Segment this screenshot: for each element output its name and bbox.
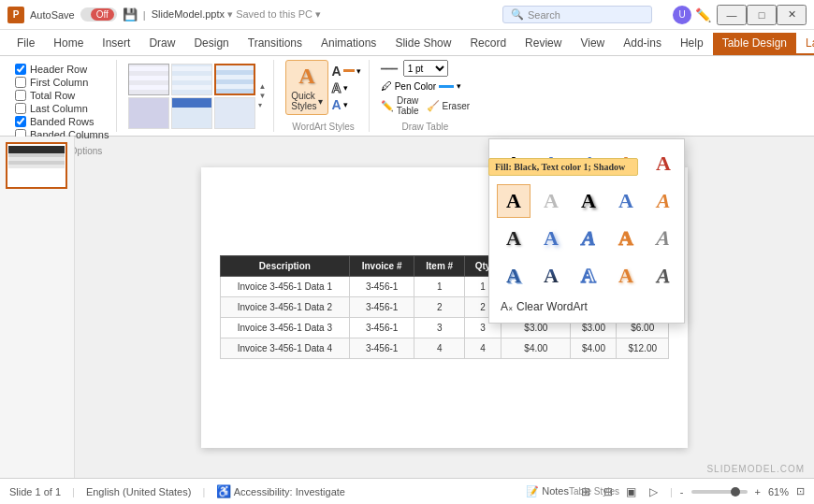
autosave-label: AutoSave	[30, 9, 75, 21]
slide-thumbnail[interactable]	[6, 142, 67, 189]
minimize-button[interactable]: —	[717, 5, 747, 25]
wordart-item-blueoutline[interactable]: A	[572, 259, 605, 293]
table-style-checkboxes: Header Row First Column Total Row Last C…	[15, 60, 109, 144]
tab-view[interactable]: View	[571, 33, 614, 55]
draw-table-label: Draw Table	[381, 120, 470, 132]
scroll-down-icon[interactable]: ▼	[258, 92, 266, 100]
wordart-grid: A A A A A A Fill: Black, Text color 1; S…	[497, 147, 676, 293]
col-description: Description	[221, 256, 350, 277]
tab-animations[interactable]: Animations	[312, 33, 385, 55]
pen-color-label: Pen Color	[395, 81, 436, 92]
pen-color-icon: 🖊	[381, 79, 392, 93]
main-canvas: Description Invoice # Item # Qty Unit Pr…	[75, 137, 814, 478]
wordart-dropdown: A A A A A A Fill: Black, Text color 1; S…	[488, 138, 685, 324]
wordart-item-blue4[interactable]: A	[534, 222, 568, 255]
quick-styles-button[interactable]: A Quick Styles ▾	[285, 60, 327, 115]
wordart-item-3d1[interactable]: A	[497, 259, 531, 293]
tab-design[interactable]: Design	[184, 33, 238, 55]
slide-panel: 1	[0, 137, 75, 478]
dropdown-arrow-icon: ▾	[318, 96, 323, 107]
wordart-item-selected[interactable]: A Fill: Black, Text color 1; Shadow	[497, 184, 531, 218]
text-effects-dropdown-icon[interactable]: ▾	[343, 100, 348, 109]
tab-review[interactable]: Review	[516, 33, 571, 55]
tab-file[interactable]: File	[7, 33, 44, 55]
wordart-item-blue5[interactable]: A	[572, 222, 605, 255]
text-outline-icon[interactable]: A	[332, 80, 342, 95]
profile-area: U ✏️	[673, 6, 711, 24]
app-icon: P	[7, 7, 24, 23]
eraser-button[interactable]: 🧹 Eraser	[427, 95, 470, 116]
tab-home[interactable]: Home	[44, 33, 93, 55]
text-effects-icon[interactable]: A	[332, 97, 342, 112]
table-styles-swatches	[128, 64, 255, 129]
ribbon-group-table-styles: ▲ ▼ ▾ Table Styles	[121, 60, 274, 132]
tab-layout[interactable]: Layout	[796, 33, 814, 55]
clear-wordart-button[interactable]: Aₓ Clear WordArt	[497, 298, 676, 315]
wordart-item-distort[interactable]: A	[645, 222, 681, 255]
wordart-tooltip: Fill: Black, Text color 1; Shadow	[488, 158, 638, 176]
border-size-select[interactable]: 1 pt	[403, 60, 448, 77]
wordart-item-shadow[interactable]: A	[572, 184, 605, 218]
text-fill-dropdown-icon[interactable]: ▾	[356, 66, 361, 76]
tab-tabledesign[interactable]: Table Design	[713, 33, 796, 55]
style-swatch-3[interactable]	[214, 64, 255, 95]
style-swatch-4[interactable]	[128, 97, 169, 129]
tab-transitions[interactable]: Transitions	[239, 33, 312, 55]
wordart-item-plain2[interactable]: A	[497, 222, 531, 255]
checkbox-first-column[interactable]: First Column	[15, 77, 109, 88]
zoom-slider[interactable]	[691, 490, 748, 494]
wordart-item-gray[interactable]: A	[534, 184, 568, 218]
save-icon: 💾	[123, 7, 138, 22]
wordart-item-blue3[interactable]: A	[609, 184, 643, 218]
ribbon-group-draw: ━━━ 1 pt 🖊 Pen Color ▾ ✏️ Draw Table	[373, 60, 477, 132]
style-swatch-2[interactable]	[171, 64, 212, 95]
tab-record[interactable]: Record	[460, 33, 516, 55]
wordart-item-bevel[interactable]: A	[647, 259, 680, 293]
ribbon-group-table-options: Header Row First Column Total Row Last C…	[7, 60, 117, 132]
autosave-toggle[interactable]: Off	[80, 7, 117, 22]
table-styles-scroll[interactable]: ▲ ▼ ▾	[258, 82, 266, 109]
wordart-item-gradient[interactable]: A	[534, 259, 568, 293]
wordart-styles-label: WordArt Styles	[285, 120, 360, 132]
maximize-button[interactable]: □	[747, 5, 777, 25]
text-fill-icon[interactable]: A	[332, 64, 342, 79]
wordart-item-orange3[interactable]: A	[609, 222, 643, 255]
close-button[interactable]: ✕	[777, 5, 807, 25]
more-styles-icon[interactable]: ▾	[258, 101, 266, 109]
tab-draw[interactable]: Draw	[139, 33, 184, 55]
checkbox-banded-rows[interactable]: Banded Rows	[15, 116, 109, 127]
title-bar-left: P AutoSave Off 💾 | SlideModel.pptx ▾ Sav…	[7, 7, 497, 23]
search-bar[interactable]: 🔍 Search	[502, 6, 652, 23]
checkbox-total-row[interactable]: Total Row	[15, 90, 109, 101]
search-icon: 🔍	[511, 8, 524, 21]
border-style-icon: ━━━	[381, 64, 398, 74]
pen-color-dropdown-icon[interactable]: ▾	[457, 81, 461, 91]
share-icon[interactable]: ✏️	[695, 7, 711, 22]
title-bar: P AutoSave Off 💾 | SlideModel.pptx ▾ Sav…	[0, 0, 814, 30]
text-outline-dropdown-icon[interactable]: ▾	[343, 83, 348, 93]
tab-insert[interactable]: Insert	[93, 33, 139, 55]
checkbox-last-column[interactable]: Last Column	[15, 103, 109, 114]
wordart-item-orange4[interactable]: A	[609, 259, 643, 293]
draw-table-button[interactable]: ✏️ Draw Table	[381, 95, 419, 116]
col-invoice: Invoice #	[349, 256, 414, 277]
zoom-thumb[interactable]	[731, 487, 740, 497]
clear-icon: Aₓ	[501, 300, 513, 313]
language-label: English (United States)	[86, 486, 192, 497]
wordart-item-orange2[interactable]: A	[647, 184, 680, 218]
style-swatch-1[interactable]	[128, 64, 169, 95]
window-controls: — □ ✕	[717, 5, 807, 25]
table-row: Invoice 3-456-1 Data 43-456-144$4.00$4.0…	[221, 338, 669, 359]
tab-help[interactable]: Help	[671, 33, 713, 55]
tab-slideshow[interactable]: Slide Show	[385, 33, 460, 55]
profile-icon: U	[673, 6, 691, 24]
style-swatch-5[interactable]	[171, 97, 212, 129]
scroll-up-icon[interactable]: ▲	[258, 82, 266, 91]
ribbon-group-wordart: A Quick Styles ▾ A ▾ A	[278, 60, 369, 132]
wordart-item-red[interactable]: A	[647, 147, 680, 180]
tab-addins[interactable]: Add-ins	[614, 33, 671, 55]
style-swatch-6[interactable]	[214, 97, 255, 129]
eraser-icon: 🧹	[427, 100, 440, 112]
checkbox-header-row[interactable]: Header Row	[15, 64, 109, 75]
app-body: 1 Description Invoice # Item #	[0, 137, 814, 478]
